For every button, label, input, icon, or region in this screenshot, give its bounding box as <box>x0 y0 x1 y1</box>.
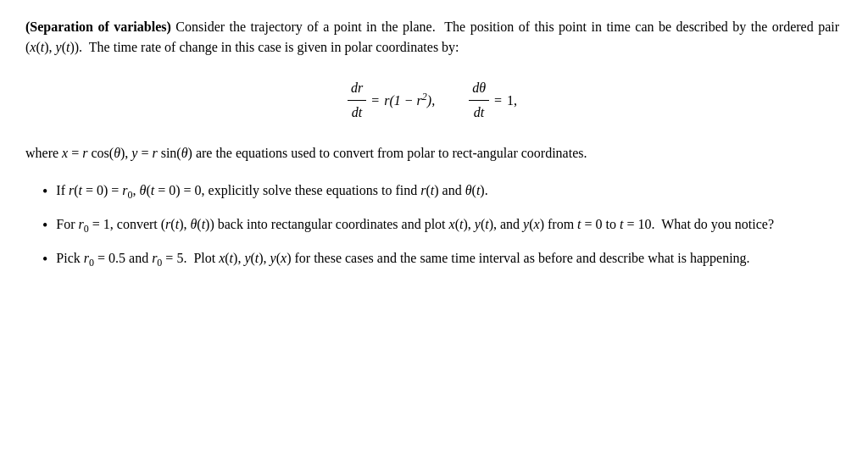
bullet-text-2: For r0 = 1, convert (r(t), θ(t)) back in… <box>56 214 839 236</box>
rhs-1: r(1 − r2), <box>384 89 435 111</box>
bullet-dot-3: • <box>42 249 47 270</box>
bullet-dot-1: • <box>42 181 47 202</box>
main-content: (Separation of variables) Consider the t… <box>25 17 839 271</box>
fraction-dtheta-dt: dθ dt <box>469 78 489 123</box>
rhs-2: 1, <box>507 91 517 111</box>
eq-equals-2: = <box>494 91 502 111</box>
eq-equals-1: = <box>371 91 379 111</box>
equation-left: dr dt = r(1 − r2), <box>348 78 435 123</box>
fraction-dr-dt: dr dt <box>348 78 366 123</box>
denominator-dt-1: dt <box>348 101 365 123</box>
bullet-dot-2: • <box>42 215 47 236</box>
bullet-text-3: Pick r0 = 0.5 and r0 = 5. Plot x(t), y(t… <box>56 248 839 270</box>
bullet-list: • If r(t = 0) = r0, θ(t = 0) = 0, explic… <box>42 180 839 271</box>
section-label: (Separation of variables) <box>25 19 171 34</box>
bullet-item-2: • For r0 = 1, convert (r(t), θ(t)) back … <box>42 214 839 236</box>
bullet-item-1: • If r(t = 0) = r0, θ(t = 0) = 0, explic… <box>42 180 839 202</box>
equation-block: dr dt = r(1 − r2), dθ dt = 1, <box>25 78 839 123</box>
equation-right: dθ dt = 1, <box>469 78 517 123</box>
bullet-item-3: • Pick r0 = 0.5 and r0 = 5. Plot x(t), y… <box>42 248 839 270</box>
numerator-dr: dr <box>348 78 366 101</box>
intro-paragraph: (Separation of variables) Consider the t… <box>25 17 839 58</box>
bullet-text-1: If r(t = 0) = r0, θ(t = 0) = 0, explicit… <box>56 180 839 202</box>
where-paragraph: where x = r cos(θ), y = r sin(θ) are the… <box>25 143 839 163</box>
denominator-dt-2: dt <box>470 101 487 123</box>
numerator-dtheta: dθ <box>469 78 489 101</box>
